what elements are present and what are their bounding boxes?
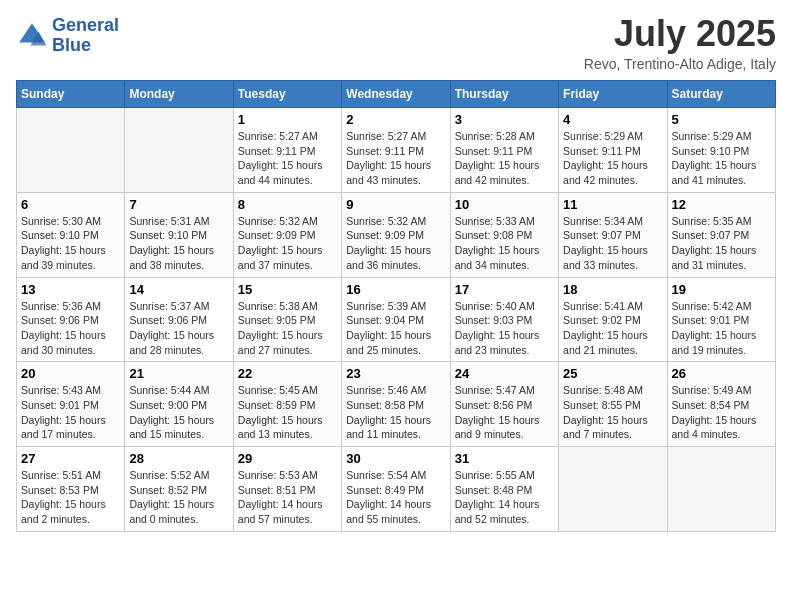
day-info: Sunrise: 5:32 AM Sunset: 9:09 PM Dayligh… bbox=[346, 214, 445, 273]
day-number: 17 bbox=[455, 282, 554, 297]
calendar-cell: 19Sunrise: 5:42 AM Sunset: 9:01 PM Dayli… bbox=[667, 277, 775, 362]
calendar-cell: 11Sunrise: 5:34 AM Sunset: 9:07 PM Dayli… bbox=[559, 192, 667, 277]
day-number: 6 bbox=[21, 197, 120, 212]
day-number: 26 bbox=[672, 366, 771, 381]
calendar-cell: 30Sunrise: 5:54 AM Sunset: 8:49 PM Dayli… bbox=[342, 447, 450, 532]
day-number: 3 bbox=[455, 112, 554, 127]
day-info: Sunrise: 5:54 AM Sunset: 8:49 PM Dayligh… bbox=[346, 468, 445, 527]
calendar-cell: 1Sunrise: 5:27 AM Sunset: 9:11 PM Daylig… bbox=[233, 108, 341, 193]
day-info: Sunrise: 5:38 AM Sunset: 9:05 PM Dayligh… bbox=[238, 299, 337, 358]
calendar-cell bbox=[559, 447, 667, 532]
calendar-cell: 8Sunrise: 5:32 AM Sunset: 9:09 PM Daylig… bbox=[233, 192, 341, 277]
calendar-cell bbox=[667, 447, 775, 532]
day-info: Sunrise: 5:28 AM Sunset: 9:11 PM Dayligh… bbox=[455, 129, 554, 188]
day-number: 5 bbox=[672, 112, 771, 127]
calendar-header-row: SundayMondayTuesdayWednesdayThursdayFrid… bbox=[17, 81, 776, 108]
day-number: 16 bbox=[346, 282, 445, 297]
calendar-cell: 16Sunrise: 5:39 AM Sunset: 9:04 PM Dayli… bbox=[342, 277, 450, 362]
day-info: Sunrise: 5:41 AM Sunset: 9:02 PM Dayligh… bbox=[563, 299, 662, 358]
day-info: Sunrise: 5:48 AM Sunset: 8:55 PM Dayligh… bbox=[563, 383, 662, 442]
calendar-week-2: 6Sunrise: 5:30 AM Sunset: 9:10 PM Daylig… bbox=[17, 192, 776, 277]
calendar-cell bbox=[125, 108, 233, 193]
day-number: 14 bbox=[129, 282, 228, 297]
month-title: July 2025 bbox=[584, 16, 776, 52]
calendar-cell bbox=[17, 108, 125, 193]
day-info: Sunrise: 5:35 AM Sunset: 9:07 PM Dayligh… bbox=[672, 214, 771, 273]
day-number: 9 bbox=[346, 197, 445, 212]
logo-text: General Blue bbox=[52, 16, 119, 56]
calendar-cell: 9Sunrise: 5:32 AM Sunset: 9:09 PM Daylig… bbox=[342, 192, 450, 277]
column-header-monday: Monday bbox=[125, 81, 233, 108]
day-info: Sunrise: 5:27 AM Sunset: 9:11 PM Dayligh… bbox=[346, 129, 445, 188]
day-number: 27 bbox=[21, 451, 120, 466]
day-number: 15 bbox=[238, 282, 337, 297]
calendar-week-4: 20Sunrise: 5:43 AM Sunset: 9:01 PM Dayli… bbox=[17, 362, 776, 447]
calendar-cell: 14Sunrise: 5:37 AM Sunset: 9:06 PM Dayli… bbox=[125, 277, 233, 362]
calendar-cell: 6Sunrise: 5:30 AM Sunset: 9:10 PM Daylig… bbox=[17, 192, 125, 277]
calendar-cell: 20Sunrise: 5:43 AM Sunset: 9:01 PM Dayli… bbox=[17, 362, 125, 447]
calendar-cell: 10Sunrise: 5:33 AM Sunset: 9:08 PM Dayli… bbox=[450, 192, 558, 277]
day-info: Sunrise: 5:29 AM Sunset: 9:11 PM Dayligh… bbox=[563, 129, 662, 188]
day-number: 19 bbox=[672, 282, 771, 297]
day-info: Sunrise: 5:43 AM Sunset: 9:01 PM Dayligh… bbox=[21, 383, 120, 442]
day-number: 31 bbox=[455, 451, 554, 466]
day-info: Sunrise: 5:53 AM Sunset: 8:51 PM Dayligh… bbox=[238, 468, 337, 527]
column-header-thursday: Thursday bbox=[450, 81, 558, 108]
day-info: Sunrise: 5:47 AM Sunset: 8:56 PM Dayligh… bbox=[455, 383, 554, 442]
day-number: 25 bbox=[563, 366, 662, 381]
calendar-week-5: 27Sunrise: 5:51 AM Sunset: 8:53 PM Dayli… bbox=[17, 447, 776, 532]
day-number: 29 bbox=[238, 451, 337, 466]
day-info: Sunrise: 5:37 AM Sunset: 9:06 PM Dayligh… bbox=[129, 299, 228, 358]
calendar-cell: 13Sunrise: 5:36 AM Sunset: 9:06 PM Dayli… bbox=[17, 277, 125, 362]
day-info: Sunrise: 5:29 AM Sunset: 9:10 PM Dayligh… bbox=[672, 129, 771, 188]
calendar-cell: 25Sunrise: 5:48 AM Sunset: 8:55 PM Dayli… bbox=[559, 362, 667, 447]
calendar-body: 1Sunrise: 5:27 AM Sunset: 9:11 PM Daylig… bbox=[17, 108, 776, 532]
day-info: Sunrise: 5:27 AM Sunset: 9:11 PM Dayligh… bbox=[238, 129, 337, 188]
calendar-cell: 17Sunrise: 5:40 AM Sunset: 9:03 PM Dayli… bbox=[450, 277, 558, 362]
day-number: 2 bbox=[346, 112, 445, 127]
column-header-friday: Friday bbox=[559, 81, 667, 108]
day-number: 30 bbox=[346, 451, 445, 466]
day-info: Sunrise: 5:32 AM Sunset: 9:09 PM Dayligh… bbox=[238, 214, 337, 273]
calendar-cell: 23Sunrise: 5:46 AM Sunset: 8:58 PM Dayli… bbox=[342, 362, 450, 447]
day-info: Sunrise: 5:34 AM Sunset: 9:07 PM Dayligh… bbox=[563, 214, 662, 273]
calendar-week-1: 1Sunrise: 5:27 AM Sunset: 9:11 PM Daylig… bbox=[17, 108, 776, 193]
calendar-cell: 31Sunrise: 5:55 AM Sunset: 8:48 PM Dayli… bbox=[450, 447, 558, 532]
day-info: Sunrise: 5:30 AM Sunset: 9:10 PM Dayligh… bbox=[21, 214, 120, 273]
calendar-cell: 7Sunrise: 5:31 AM Sunset: 9:10 PM Daylig… bbox=[125, 192, 233, 277]
day-number: 8 bbox=[238, 197, 337, 212]
calendar-cell: 24Sunrise: 5:47 AM Sunset: 8:56 PM Dayli… bbox=[450, 362, 558, 447]
calendar-cell: 29Sunrise: 5:53 AM Sunset: 8:51 PM Dayli… bbox=[233, 447, 341, 532]
day-number: 28 bbox=[129, 451, 228, 466]
day-info: Sunrise: 5:39 AM Sunset: 9:04 PM Dayligh… bbox=[346, 299, 445, 358]
column-header-wednesday: Wednesday bbox=[342, 81, 450, 108]
calendar-cell: 12Sunrise: 5:35 AM Sunset: 9:07 PM Dayli… bbox=[667, 192, 775, 277]
day-number: 11 bbox=[563, 197, 662, 212]
day-number: 1 bbox=[238, 112, 337, 127]
day-number: 12 bbox=[672, 197, 771, 212]
day-info: Sunrise: 5:49 AM Sunset: 8:54 PM Dayligh… bbox=[672, 383, 771, 442]
day-number: 7 bbox=[129, 197, 228, 212]
calendar-week-3: 13Sunrise: 5:36 AM Sunset: 9:06 PM Dayli… bbox=[17, 277, 776, 362]
calendar-cell: 26Sunrise: 5:49 AM Sunset: 8:54 PM Dayli… bbox=[667, 362, 775, 447]
calendar-cell: 21Sunrise: 5:44 AM Sunset: 9:00 PM Dayli… bbox=[125, 362, 233, 447]
calendar-cell: 18Sunrise: 5:41 AM Sunset: 9:02 PM Dayli… bbox=[559, 277, 667, 362]
day-info: Sunrise: 5:55 AM Sunset: 8:48 PM Dayligh… bbox=[455, 468, 554, 527]
calendar-cell: 15Sunrise: 5:38 AM Sunset: 9:05 PM Dayli… bbox=[233, 277, 341, 362]
day-info: Sunrise: 5:52 AM Sunset: 8:52 PM Dayligh… bbox=[129, 468, 228, 527]
day-number: 4 bbox=[563, 112, 662, 127]
day-number: 24 bbox=[455, 366, 554, 381]
day-info: Sunrise: 5:31 AM Sunset: 9:10 PM Dayligh… bbox=[129, 214, 228, 273]
day-number: 23 bbox=[346, 366, 445, 381]
logo: General Blue bbox=[16, 16, 119, 56]
day-number: 18 bbox=[563, 282, 662, 297]
calendar-cell: 5Sunrise: 5:29 AM Sunset: 9:10 PM Daylig… bbox=[667, 108, 775, 193]
day-info: Sunrise: 5:51 AM Sunset: 8:53 PM Dayligh… bbox=[21, 468, 120, 527]
title-block: July 2025 Revo, Trentino-Alto Adige, Ita… bbox=[584, 16, 776, 72]
day-number: 22 bbox=[238, 366, 337, 381]
column-header-sunday: Sunday bbox=[17, 81, 125, 108]
day-info: Sunrise: 5:44 AM Sunset: 9:00 PM Dayligh… bbox=[129, 383, 228, 442]
day-number: 10 bbox=[455, 197, 554, 212]
calendar-cell: 3Sunrise: 5:28 AM Sunset: 9:11 PM Daylig… bbox=[450, 108, 558, 193]
day-number: 21 bbox=[129, 366, 228, 381]
